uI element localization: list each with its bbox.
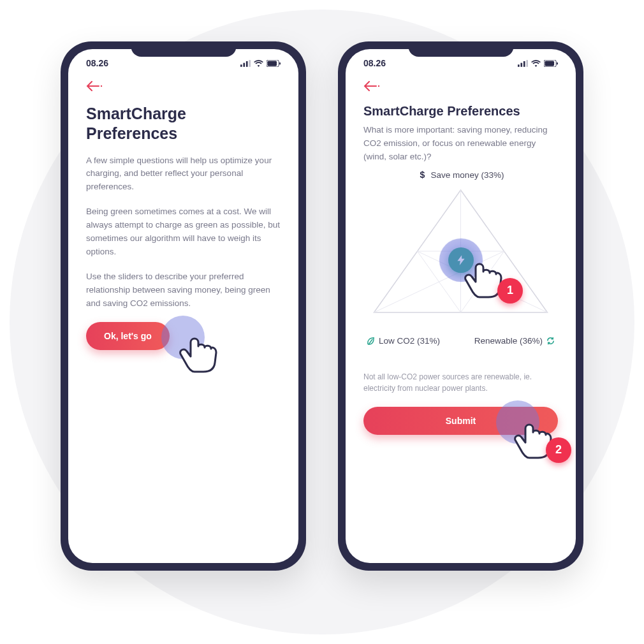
back-button[interactable] xyxy=(86,81,103,94)
recycle-icon xyxy=(546,336,555,346)
wifi-icon xyxy=(531,60,541,67)
ternary-chart: 1 Low CO2 (31%) Renewable (36%) xyxy=(363,185,558,363)
intro-paragraph-3: Use the sliders to describe your preferr… xyxy=(86,270,281,311)
nav-bar xyxy=(68,73,298,94)
svg-rect-2 xyxy=(246,61,248,66)
phone-right-screen: 08.26 SmartCharge Preferences What is mo… xyxy=(346,49,576,563)
submit-button[interactable]: Submit xyxy=(363,407,558,435)
intro-paragraph-1: A few simple questions will help us opti… xyxy=(86,154,281,194)
back-button[interactable] xyxy=(363,81,380,94)
cta-wrap: Ok, let's go xyxy=(86,322,281,350)
submit-label: Submit xyxy=(446,416,476,426)
svg-rect-6 xyxy=(279,62,281,64)
nav-bar xyxy=(346,73,576,94)
svg-rect-5 xyxy=(267,61,277,66)
svg-rect-10 xyxy=(523,61,525,66)
step-badge-1-text: 1 xyxy=(507,284,513,297)
chart-label-top-text: Save money (33%) xyxy=(431,170,504,180)
svg-rect-8 xyxy=(518,64,520,67)
svg-point-7 xyxy=(101,85,102,87)
status-time: 08.26 xyxy=(86,58,108,68)
svg-rect-13 xyxy=(545,61,554,66)
prefs-question: What is more important: saving money, re… xyxy=(363,124,558,164)
phone-notch xyxy=(131,41,236,57)
bolt-icon xyxy=(455,254,467,266)
step-badge-1: 1 xyxy=(497,278,523,304)
signal-icon xyxy=(240,60,251,67)
page-title: SmartCharge Preferences xyxy=(86,104,281,144)
svg-rect-0 xyxy=(240,64,242,67)
chart-label-save-money: $ Save money (33%) xyxy=(363,170,558,180)
status-icons xyxy=(240,60,281,67)
step-badge-2: 2 xyxy=(546,437,571,463)
phone-right: 08.26 SmartCharge Preferences What is mo… xyxy=(338,41,583,571)
prefs-footnote: Not all low-CO2 power sources are renewa… xyxy=(363,371,558,394)
phone-left: 08.26 SmartCharge Preferences A few simp… xyxy=(61,41,306,571)
svg-rect-9 xyxy=(520,62,522,66)
intro-content: SmartCharge Preferences A few simple que… xyxy=(68,94,298,350)
chart-label-right-text: Renewable (36%) xyxy=(474,336,543,346)
submit-wrap: Submit 2 xyxy=(363,407,558,435)
step-badge-2-text: 2 xyxy=(555,443,562,457)
phone-mockups-row: 08.26 SmartCharge Preferences A few simp… xyxy=(0,0,644,571)
chart-label-low-co2: Low CO2 (31%) xyxy=(366,336,440,346)
phone-notch xyxy=(408,41,513,57)
signal-icon xyxy=(518,60,528,67)
status-time: 08.26 xyxy=(363,58,386,68)
svg-rect-14 xyxy=(557,62,558,64)
leaf-icon xyxy=(366,336,376,346)
dollar-icon: $ xyxy=(418,170,427,180)
chart-label-renewable: Renewable (36%) xyxy=(474,336,555,346)
pointer-hand-icon xyxy=(179,328,217,373)
svg-rect-11 xyxy=(526,60,528,67)
lets-go-label: Ok, let's go xyxy=(104,331,152,341)
intro-paragraph-2: Being green sometimes comes at a cost. W… xyxy=(86,205,281,259)
lets-go-button[interactable]: Ok, let's go xyxy=(86,322,170,350)
svg-rect-3 xyxy=(249,60,251,67)
phone-left-screen: 08.26 SmartCharge Preferences A few simp… xyxy=(68,49,298,563)
prefs-content: SmartCharge Preferences What is more imp… xyxy=(346,94,576,435)
svg-text:$: $ xyxy=(420,170,425,180)
status-icons xyxy=(518,60,558,67)
arrow-left-icon xyxy=(86,81,103,91)
page-title: SmartCharge Preferences xyxy=(363,104,558,119)
chart-bottom-labels: Low CO2 (31%) Renewable (36%) xyxy=(363,336,558,346)
arrow-left-icon xyxy=(363,81,380,91)
slider-handle[interactable] xyxy=(448,247,474,273)
battery-icon xyxy=(267,60,281,67)
battery-icon xyxy=(544,60,558,67)
chart-label-left-text: Low CO2 (31%) xyxy=(379,336,440,346)
svg-point-15 xyxy=(378,85,379,87)
svg-rect-1 xyxy=(243,62,245,66)
wifi-icon xyxy=(254,60,263,67)
